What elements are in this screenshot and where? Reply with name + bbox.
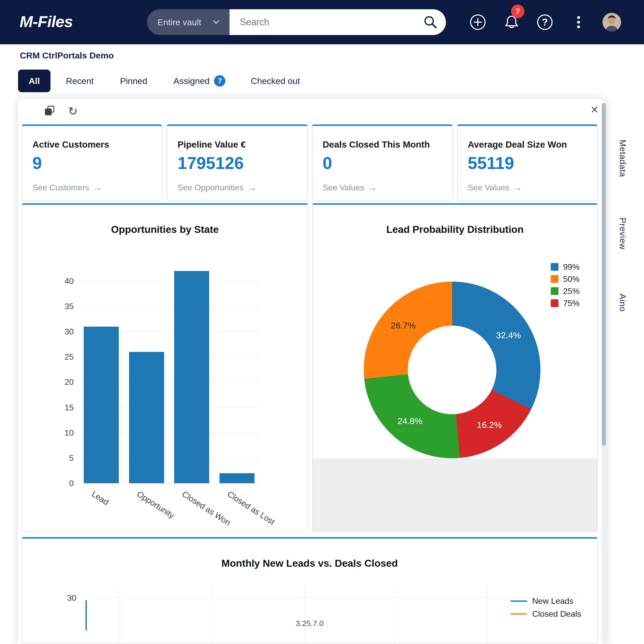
svg-text:?: ? (542, 17, 548, 28)
tab-checked-out[interactable]: Checked out (251, 76, 300, 86)
bar-chart-plot (79, 266, 260, 483)
close-dashboard-button[interactable]: × (587, 102, 602, 117)
legend-label: 75% (563, 299, 580, 308)
legend-label: 99% (563, 262, 580, 272)
donut: 32.4%16.2%24.8%26.7% (364, 282, 540, 458)
tab-label: Checked out (251, 76, 300, 86)
popout-button[interactable] (43, 105, 56, 118)
tab-assigned[interactable]: Assigned 7 (174, 75, 226, 87)
view-tabs: All Recent Pinned Assigned 7 Checked out (18, 69, 300, 93)
x-tick-label: Lead (90, 489, 111, 507)
kpi-link-label: See Opportunities (177, 183, 243, 192)
x-tick-label: Closed as Lost (226, 489, 277, 527)
slice-label-25%: 24.8% (397, 416, 422, 426)
y-tick-label: 40 (48, 276, 74, 286)
tab-label: Pinned (120, 76, 147, 86)
bar-chart-yticks: 0510152025303540 (48, 266, 74, 483)
legend-swatch (551, 299, 558, 307)
tab-label: Assigned (174, 76, 210, 86)
legend-swatch (551, 263, 558, 271)
more-options-button[interactable] (570, 14, 587, 31)
line-chart-panel: Monthly New Leads vs. Deals Closed 30 Ne… (22, 537, 598, 644)
slice-label-50%: 26.7% (391, 320, 416, 331)
arrow-right-icon: → (368, 182, 377, 193)
legend-label: 50% (563, 274, 580, 284)
kpi-link[interactable]: See Values→ (323, 182, 452, 193)
panel-footer-strip (313, 459, 597, 531)
h-gridline (79, 281, 260, 281)
refresh-icon: ↻ (68, 105, 78, 117)
scrollbar-track[interactable] (602, 103, 606, 644)
bar-chart-title: Opportunities by State (22, 224, 308, 235)
refresh-button[interactable]: ↻ (66, 105, 79, 118)
search-bar: Entire vault (147, 9, 446, 35)
donut-chart-title: Lead Probability Distribution (313, 224, 597, 235)
user-avatar[interactable] (603, 13, 621, 31)
popout-icon (44, 105, 55, 116)
v-gridline (212, 589, 213, 644)
bar-chart-xlabels: LeadOpportunityClosed as WonClosed as Lo… (79, 486, 260, 532)
legend-item: 25% (551, 286, 580, 296)
tab-label: All (29, 76, 40, 86)
tab-pinned[interactable]: Pinned (120, 76, 147, 86)
mfiles-logo: M-Files (20, 12, 73, 31)
kpi-link[interactable]: See Customers→ (32, 182, 162, 193)
vault-selector[interactable]: Entire vault (147, 9, 230, 35)
help-button[interactable]: ? (536, 14, 553, 31)
side-tab-preview[interactable]: Preview (618, 218, 628, 250)
chevron-down-icon (211, 18, 221, 27)
kpi-link-label: See Values (468, 183, 509, 192)
kpi-link[interactable]: See Opportunities→ (177, 182, 307, 193)
y-tick-label: 10 (48, 428, 74, 438)
side-tab-aino[interactable]: Aino (618, 294, 628, 312)
kpi-link[interactable]: See Values→ (468, 182, 597, 193)
topbar: M-Files Entire vault 7 ? (0, 0, 644, 44)
legend-item: 50% (551, 274, 580, 284)
kpi-value: 0 (323, 153, 452, 173)
kpi-title: Active Customers (32, 139, 162, 150)
kpi-row: Active Customers 9 See Customers→ Pipeli… (22, 124, 598, 201)
y-tick-label: 20 (48, 377, 74, 387)
scrollbar-thumb[interactable] (602, 103, 606, 446)
legend-item: 99% (551, 262, 580, 272)
kpi-card-average-deal-size: Average Deal Size Won 55119 See Values→ (457, 124, 598, 201)
kpi-value: 1795126 (177, 153, 307, 173)
bar-lead (84, 327, 119, 483)
bar-closed-as-won (174, 271, 209, 483)
question-icon: ? (536, 14, 553, 31)
bar-chart-panel: Opportunities by State 0510152025303540 … (22, 203, 308, 532)
tab-all[interactable]: All (18, 70, 50, 92)
kpi-title: Deals Closed This Month (323, 139, 452, 150)
x-tick-label: Opportunity (135, 489, 176, 520)
h-gridline (79, 306, 260, 307)
donut-hole (408, 326, 496, 414)
search-input[interactable] (230, 9, 446, 35)
plus-circle-icon (469, 14, 486, 31)
kpi-title: Pipeline Value € (177, 139, 307, 150)
kpi-value: 9 (32, 153, 162, 173)
v-gridline (120, 589, 120, 644)
y-tick-label: 0 (48, 478, 74, 488)
kpi-link-label: See Customers (32, 183, 89, 192)
line-chart-legend: New Leads Closed Deals (511, 596, 581, 619)
legend-swatch (551, 275, 558, 283)
legend-label: Closed Deals (532, 609, 581, 619)
legend-line-swatch (511, 613, 527, 615)
slice-label-75%: 16.2% (477, 420, 502, 430)
tab-recent[interactable]: Recent (66, 76, 94, 86)
create-new-button[interactable] (469, 14, 486, 31)
legend-item: 75% (551, 298, 580, 308)
kpi-card-pipeline-value: Pipeline Value € 1795126 See Opportuniti… (167, 124, 307, 201)
legend-label: New Leads (532, 596, 573, 606)
search-box (230, 9, 446, 35)
side-tab-metadata[interactable]: Metadata (618, 140, 628, 177)
breadcrumb[interactable]: CRM CtrlPortals Demo (20, 50, 114, 61)
arrow-right-icon: → (247, 182, 256, 193)
donut-legend: 99% 50% 25% 75% (551, 262, 580, 308)
h-gridline (84, 597, 581, 598)
app: M-Files Entire vault 7 ? (0, 0, 644, 644)
kpi-card-deals-closed: Deals Closed This Month 0 See Values→ (312, 124, 453, 201)
v-gridline (487, 589, 488, 644)
search-icon[interactable] (422, 14, 439, 30)
kebab-menu-icon (570, 14, 587, 31)
